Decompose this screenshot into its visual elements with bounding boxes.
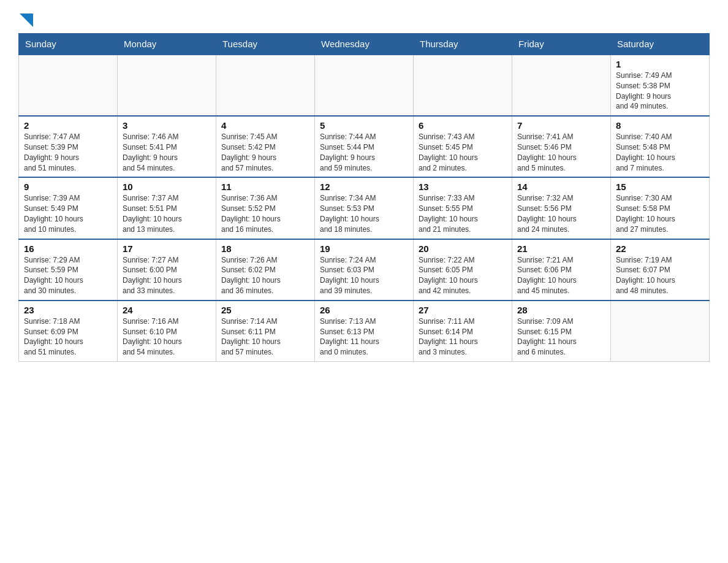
day-info: Sunrise: 7:46 AM Sunset: 5:41 PM Dayligh…: [123, 132, 211, 173]
calendar-cell: 6Sunrise: 7:43 AM Sunset: 5:45 PM Daylig…: [414, 116, 512, 177]
day-info: Sunrise: 7:34 AM Sunset: 5:53 PM Dayligh…: [320, 193, 408, 234]
day-info: Sunrise: 7:22 AM Sunset: 6:05 PM Dayligh…: [419, 255, 507, 296]
day-number: 7: [517, 120, 605, 131]
calendar-cell: [611, 301, 710, 362]
day-info: Sunrise: 7:27 AM Sunset: 6:00 PM Dayligh…: [123, 255, 211, 296]
calendar-cell: 24Sunrise: 7:16 AM Sunset: 6:10 PM Dayli…: [118, 301, 216, 362]
day-number: 12: [320, 182, 408, 192]
calendar-cell: 11Sunrise: 7:36 AM Sunset: 5:52 PM Dayli…: [216, 177, 315, 239]
day-number: 25: [221, 305, 309, 315]
svg-marker-0: [20, 13, 33, 27]
calendar-cell: 16Sunrise: 7:29 AM Sunset: 5:59 PM Dayli…: [19, 239, 118, 301]
calendar-cell: 21Sunrise: 7:21 AM Sunset: 6:06 PM Dayli…: [512, 239, 611, 301]
day-info: Sunrise: 7:33 AM Sunset: 5:55 PM Dayligh…: [419, 193, 507, 234]
calendar-cell: 27Sunrise: 7:11 AM Sunset: 6:14 PM Dayli…: [414, 301, 512, 362]
day-info: Sunrise: 7:44 AM Sunset: 5:44 PM Dayligh…: [320, 132, 408, 173]
weekday-header-monday: Monday: [118, 34, 216, 55]
page-header: [18, 12, 710, 27]
day-number: 13: [419, 182, 507, 192]
day-number: 15: [616, 182, 704, 192]
day-number: 11: [221, 182, 309, 192]
day-info: Sunrise: 7:45 AM Sunset: 5:42 PM Dayligh…: [221, 132, 309, 173]
calendar-cell: 13Sunrise: 7:33 AM Sunset: 5:55 PM Dayli…: [414, 177, 512, 239]
day-number: 1: [616, 59, 704, 69]
day-number: 10: [123, 182, 211, 192]
day-number: 2: [24, 120, 112, 131]
day-info: Sunrise: 7:30 AM Sunset: 5:58 PM Dayligh…: [616, 193, 704, 234]
day-info: Sunrise: 7:47 AM Sunset: 5:39 PM Dayligh…: [24, 132, 112, 173]
calendar-cell: 26Sunrise: 7:13 AM Sunset: 6:13 PM Dayli…: [315, 301, 414, 362]
calendar-cell: 17Sunrise: 7:27 AM Sunset: 6:00 PM Dayli…: [118, 239, 216, 301]
weekday-header-saturday: Saturday: [611, 34, 710, 55]
calendar-table: SundayMondayTuesdayWednesdayThursdayFrid…: [18, 33, 710, 362]
weekday-header-wednesday: Wednesday: [315, 34, 414, 55]
day-number: 26: [320, 305, 408, 315]
weekday-header-sunday: Sunday: [19, 34, 118, 55]
day-number: 18: [221, 243, 309, 254]
calendar-cell: 7Sunrise: 7:41 AM Sunset: 5:46 PM Daylig…: [512, 116, 611, 177]
day-number: 4: [221, 120, 309, 131]
day-number: 27: [419, 305, 507, 315]
day-info: Sunrise: 7:43 AM Sunset: 5:45 PM Dayligh…: [419, 132, 507, 173]
calendar-cell: 15Sunrise: 7:30 AM Sunset: 5:58 PM Dayli…: [611, 177, 710, 239]
calendar-cell: 8Sunrise: 7:40 AM Sunset: 5:48 PM Daylig…: [611, 116, 710, 177]
week-row-5: 23Sunrise: 7:18 AM Sunset: 6:09 PM Dayli…: [19, 301, 710, 362]
day-info: Sunrise: 7:26 AM Sunset: 6:02 PM Dayligh…: [221, 255, 309, 296]
day-number: 9: [24, 182, 112, 192]
day-number: 19: [320, 243, 408, 254]
day-number: 3: [123, 120, 211, 131]
week-row-1: 1Sunrise: 7:49 AM Sunset: 5:38 PM Daylig…: [19, 55, 710, 116]
day-info: Sunrise: 7:39 AM Sunset: 5:49 PM Dayligh…: [24, 193, 112, 234]
calendar-cell: 23Sunrise: 7:18 AM Sunset: 6:09 PM Dayli…: [19, 301, 118, 362]
calendar-cell: 19Sunrise: 7:24 AM Sunset: 6:03 PM Dayli…: [315, 239, 414, 301]
day-info: Sunrise: 7:29 AM Sunset: 5:59 PM Dayligh…: [24, 255, 112, 296]
calendar-cell: 10Sunrise: 7:37 AM Sunset: 5:51 PM Dayli…: [118, 177, 216, 239]
day-info: Sunrise: 7:36 AM Sunset: 5:52 PM Dayligh…: [221, 193, 309, 234]
day-number: 21: [517, 243, 605, 254]
day-info: Sunrise: 7:11 AM Sunset: 6:14 PM Dayligh…: [419, 316, 507, 358]
day-info: Sunrise: 7:09 AM Sunset: 6:15 PM Dayligh…: [517, 316, 605, 358]
day-info: Sunrise: 7:32 AM Sunset: 5:56 PM Dayligh…: [517, 193, 605, 234]
calendar-cell: 25Sunrise: 7:14 AM Sunset: 6:11 PM Dayli…: [216, 301, 315, 362]
calendar-cell: [118, 55, 216, 116]
day-info: Sunrise: 7:16 AM Sunset: 6:10 PM Dayligh…: [123, 316, 211, 358]
calendar-cell: 22Sunrise: 7:19 AM Sunset: 6:07 PM Dayli…: [611, 239, 710, 301]
day-number: 14: [517, 182, 605, 192]
calendar-cell: [216, 55, 315, 116]
weekday-header-thursday: Thursday: [414, 34, 512, 55]
calendar-cell: 1Sunrise: 7:49 AM Sunset: 5:38 PM Daylig…: [611, 55, 710, 116]
logo: [18, 12, 33, 27]
weekday-header-friday: Friday: [512, 34, 611, 55]
day-info: Sunrise: 7:18 AM Sunset: 6:09 PM Dayligh…: [24, 316, 112, 358]
calendar-cell: [512, 55, 611, 116]
day-number: 5: [320, 120, 408, 131]
day-number: 17: [123, 243, 211, 254]
week-row-3: 9Sunrise: 7:39 AM Sunset: 5:49 PM Daylig…: [19, 177, 710, 239]
weekday-header-row: SundayMondayTuesdayWednesdayThursdayFrid…: [19, 34, 710, 55]
calendar-cell: 14Sunrise: 7:32 AM Sunset: 5:56 PM Dayli…: [512, 177, 611, 239]
calendar-cell: 4Sunrise: 7:45 AM Sunset: 5:42 PM Daylig…: [216, 116, 315, 177]
day-info: Sunrise: 7:24 AM Sunset: 6:03 PM Dayligh…: [320, 255, 408, 296]
day-number: 28: [517, 305, 605, 315]
calendar-cell: 12Sunrise: 7:34 AM Sunset: 5:53 PM Dayli…: [315, 177, 414, 239]
day-info: Sunrise: 7:37 AM Sunset: 5:51 PM Dayligh…: [123, 193, 211, 234]
calendar-cell: [315, 55, 414, 116]
day-number: 23: [24, 305, 112, 315]
day-number: 24: [123, 305, 211, 315]
day-info: Sunrise: 7:41 AM Sunset: 5:46 PM Dayligh…: [517, 132, 605, 173]
calendar-cell: 18Sunrise: 7:26 AM Sunset: 6:02 PM Dayli…: [216, 239, 315, 301]
day-info: Sunrise: 7:21 AM Sunset: 6:06 PM Dayligh…: [517, 255, 605, 296]
calendar-cell: 28Sunrise: 7:09 AM Sunset: 6:15 PM Dayli…: [512, 301, 611, 362]
day-info: Sunrise: 7:14 AM Sunset: 6:11 PM Dayligh…: [221, 316, 309, 358]
calendar-cell: 20Sunrise: 7:22 AM Sunset: 6:05 PM Dayli…: [414, 239, 512, 301]
week-row-4: 16Sunrise: 7:29 AM Sunset: 5:59 PM Dayli…: [19, 239, 710, 301]
calendar-cell: 5Sunrise: 7:44 AM Sunset: 5:44 PM Daylig…: [315, 116, 414, 177]
day-info: Sunrise: 7:19 AM Sunset: 6:07 PM Dayligh…: [616, 255, 704, 296]
calendar-cell: [414, 55, 512, 116]
day-number: 8: [616, 120, 704, 131]
day-number: 20: [419, 243, 507, 254]
day-info: Sunrise: 7:40 AM Sunset: 5:48 PM Dayligh…: [616, 132, 704, 173]
day-info: Sunrise: 7:13 AM Sunset: 6:13 PM Dayligh…: [320, 316, 408, 358]
weekday-header-tuesday: Tuesday: [216, 34, 315, 55]
calendar-cell: 9Sunrise: 7:39 AM Sunset: 5:49 PM Daylig…: [19, 177, 118, 239]
